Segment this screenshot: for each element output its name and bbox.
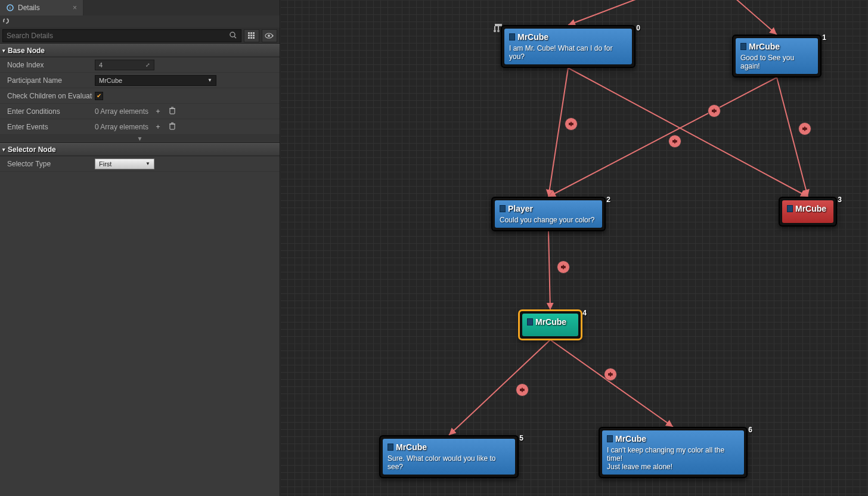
spinner-icon bbox=[2, 17, 10, 26]
search-box[interactable] bbox=[2, 29, 241, 42]
graph-node-2[interactable]: PlayerCould you change your color?2 bbox=[491, 197, 606, 231]
graph-node-5[interactable]: MrCubeSure. What color would you like to… bbox=[379, 435, 519, 478]
svg-text:i: i bbox=[10, 5, 11, 11]
node-index-label: 5 bbox=[519, 434, 523, 442]
details-panel: i Details × ▾ Base Node Node Index bbox=[0, 0, 280, 496]
row-check-children: Check Children on Evaluation ✔ bbox=[0, 88, 280, 104]
document-icon bbox=[509, 33, 515, 41]
svg-line-30 bbox=[730, 0, 777, 35]
document-icon bbox=[388, 444, 393, 451]
graph-node-1[interactable]: MrCubeGood to See you again!1 bbox=[732, 35, 822, 78]
tab-bar: i Details × bbox=[0, 0, 280, 16]
graph-canvas[interactable]: MrCubeI am Mr. Cube! What can I do for y… bbox=[280, 0, 868, 496]
node-index-label: 2 bbox=[606, 196, 610, 204]
svg-rect-19 bbox=[170, 124, 175, 129]
trash-icon[interactable] bbox=[168, 122, 177, 132]
node-title: MrCube bbox=[527, 317, 574, 327]
document-icon bbox=[740, 43, 746, 50]
node-text: I can't keep changing my color all the t… bbox=[607, 446, 739, 471]
add-icon[interactable]: ＋ bbox=[153, 122, 163, 132]
document-icon bbox=[500, 205, 506, 212]
expand-icon: ⤢ bbox=[145, 62, 150, 68]
svg-rect-5 bbox=[248, 32, 250, 34]
document-icon bbox=[527, 318, 533, 326]
svg-rect-8 bbox=[248, 35, 250, 36]
svg-rect-7 bbox=[253, 32, 255, 34]
node-text: I am Mr. Cube! What can I do for you? bbox=[509, 44, 627, 61]
check-children-checkbox[interactable]: ✔ bbox=[95, 92, 103, 100]
document-icon bbox=[787, 205, 793, 212]
graph-node-3[interactable]: MrCube3 bbox=[779, 197, 837, 227]
node-index-label: 3 bbox=[838, 196, 842, 204]
node-index-field[interactable]: 4 ⤢ bbox=[95, 60, 154, 70]
graph-node-6[interactable]: MrCubeI can't keep changing my color all… bbox=[599, 427, 748, 478]
visibility-button[interactable] bbox=[262, 29, 277, 42]
add-icon[interactable]: ＋ bbox=[153, 106, 163, 116]
node-title: MrCube bbox=[740, 42, 813, 51]
close-icon[interactable]: × bbox=[73, 4, 77, 12]
search-icon bbox=[229, 31, 237, 41]
svg-line-33 bbox=[548, 78, 777, 197]
svg-line-36 bbox=[449, 340, 550, 435]
details-icon: i bbox=[6, 4, 14, 12]
svg-line-4 bbox=[234, 36, 236, 38]
node-text: Could you change your color? bbox=[500, 216, 597, 224]
node-index-label: 0 bbox=[636, 24, 640, 32]
edge-condition-icon[interactable] bbox=[557, 261, 570, 274]
edge-condition-icon[interactable] bbox=[604, 368, 617, 381]
matrix-view-button[interactable] bbox=[244, 29, 259, 42]
node-index-label: 1 bbox=[822, 33, 826, 42]
svg-point-15 bbox=[268, 35, 270, 37]
search-input[interactable] bbox=[7, 32, 229, 40]
node-index-label: 4 bbox=[582, 309, 587, 317]
row-enter-events: Enter Events 0 Array elements ＋ bbox=[0, 119, 280, 135]
svg-line-31 bbox=[548, 68, 568, 197]
edge-condition-icon[interactable] bbox=[668, 135, 681, 148]
trash-icon[interactable] bbox=[168, 107, 177, 116]
svg-line-32 bbox=[568, 68, 808, 197]
node-title: Player bbox=[500, 204, 597, 213]
selector-type-dropdown[interactable]: First ▼ bbox=[95, 159, 154, 169]
section-selector-node[interactable]: ▾ Selector Node bbox=[0, 143, 280, 156]
collapse-icon: ▾ bbox=[2, 48, 5, 54]
row-participant: Participant Name MrCube ▼ bbox=[0, 73, 280, 88]
node-title: MrCube bbox=[607, 434, 739, 444]
participant-dropdown[interactable]: MrCube ▼ bbox=[95, 75, 216, 86]
svg-rect-11 bbox=[248, 37, 250, 39]
node-text: Good to See you again! bbox=[740, 54, 813, 70]
svg-line-35 bbox=[548, 231, 550, 310]
svg-point-27 bbox=[497, 30, 500, 32]
graph-node-0[interactable]: MrCubeI am Mr. Cube! What can I do for y… bbox=[501, 25, 636, 68]
edge-condition-icon[interactable] bbox=[565, 117, 578, 131]
tab-title: Details bbox=[18, 4, 40, 12]
loading-row bbox=[0, 16, 280, 27]
svg-point-3 bbox=[230, 32, 235, 37]
document-icon bbox=[607, 435, 613, 442]
expand-advanced[interactable]: ▼ bbox=[0, 135, 280, 143]
row-enter-conditions: Enter Conditions 0 Array elements ＋ bbox=[0, 104, 280, 119]
svg-point-26 bbox=[494, 30, 496, 32]
edge-condition-icon[interactable] bbox=[516, 383, 529, 396]
svg-rect-16 bbox=[170, 108, 175, 114]
row-node-index: Node Index 4 ⤢ bbox=[0, 57, 280, 73]
svg-line-37 bbox=[550, 340, 673, 427]
collapse-icon: ▾ bbox=[2, 147, 5, 153]
edge-condition-icon[interactable] bbox=[798, 122, 811, 135]
svg-rect-22 bbox=[495, 24, 502, 26]
node-text: Sure. What color would you like to see? bbox=[388, 454, 510, 471]
graph-node-4[interactable]: MrCube4 bbox=[519, 310, 582, 340]
edge-condition-icon[interactable] bbox=[708, 104, 721, 117]
search-row bbox=[0, 27, 280, 44]
svg-line-29 bbox=[568, 0, 650, 25]
svg-point-2 bbox=[4, 18, 8, 23]
section-base-node[interactable]: ▾ Base Node bbox=[0, 44, 280, 57]
svg-rect-13 bbox=[253, 37, 255, 39]
svg-rect-10 bbox=[253, 35, 255, 36]
chevron-down-icon: ▼ bbox=[207, 78, 212, 83]
row-selector-type: Selector Type First ▼ bbox=[0, 156, 280, 172]
svg-line-34 bbox=[777, 78, 808, 197]
svg-rect-9 bbox=[250, 35, 252, 36]
chevron-down-icon: ▼ bbox=[145, 161, 150, 166]
tab-details[interactable]: i Details × bbox=[0, 0, 83, 16]
node-title: MrCube bbox=[388, 442, 510, 452]
